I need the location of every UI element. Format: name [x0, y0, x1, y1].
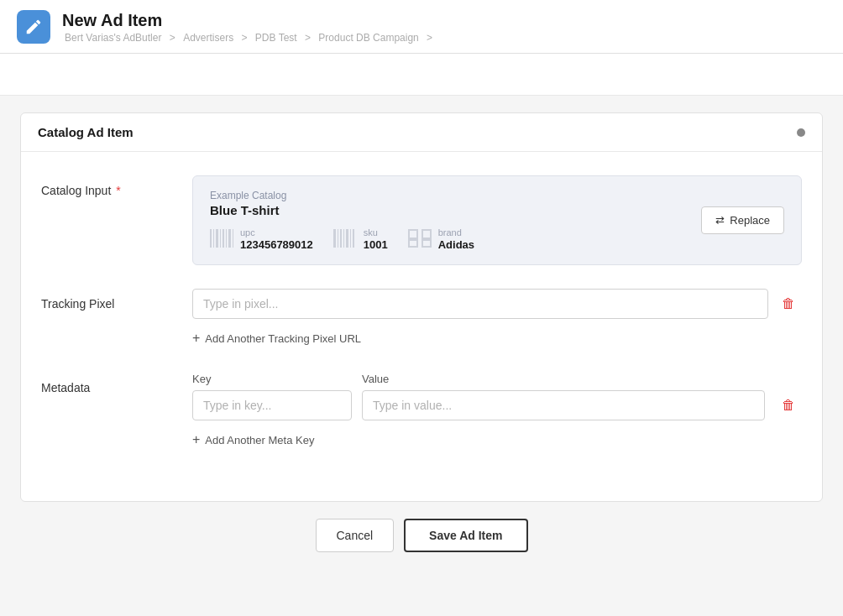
footer-buttons: Cancel Save Ad Item — [20, 502, 823, 561]
cancel-button[interactable]: Cancel — [316, 519, 395, 552]
plus-icon-meta: + — [192, 432, 200, 447]
brand-icon — [408, 229, 432, 250]
tracking-pixel-row: Tracking Pixel 🗑 + Add Another Tracking … — [41, 289, 802, 349]
metadata-field: Key Value 🗑 + Add Another Meta Key — [192, 373, 802, 451]
breadcrumb-sep-1: > — [170, 32, 178, 44]
svg-rect-16 — [422, 230, 431, 238]
svg-rect-14 — [353, 229, 354, 248]
upc-label: upc — [240, 227, 313, 238]
svg-rect-4 — [223, 229, 224, 248]
breadcrumb-part-2[interactable]: Advertisers — [183, 32, 233, 44]
svg-rect-13 — [350, 229, 351, 248]
section-header: Catalog Ad Item — [21, 113, 822, 152]
tracking-pixel-input[interactable] — [192, 289, 768, 319]
svg-rect-12 — [346, 229, 348, 248]
metadata-key-column-label: Key — [192, 373, 352, 385]
upc-text: upc 123456789012 — [240, 227, 313, 251]
svg-rect-11 — [343, 229, 344, 248]
header-text-block: New Ad Item Bert Varias's AdButler > Adv… — [62, 10, 435, 44]
metadata-delete-button[interactable]: 🗑 — [775, 392, 802, 419]
metadata-column-headers: Key Value — [192, 373, 802, 385]
catalog-input-row: Catalog Input * Example Catalog Blue T-s… — [41, 175, 802, 265]
metadata-label: Metadata — [41, 373, 192, 394]
section-title: Catalog Ad Item — [38, 125, 134, 139]
sku-icon — [333, 229, 357, 250]
brand-label: brand — [438, 227, 474, 238]
svg-rect-3 — [220, 229, 221, 248]
breadcrumb-part-4[interactable]: Product DB Campaign — [318, 32, 418, 44]
catalog-input-label: Catalog Input * — [41, 175, 192, 197]
form-area: Catalog Input * Example Catalog Blue T-s… — [21, 152, 822, 501]
replace-label: Replace — [730, 214, 770, 227]
breadcrumb-part-1[interactable]: Bert Varias's AdButler — [65, 32, 161, 44]
delete-icon-meta: 🗑 — [782, 398, 795, 413]
add-tracking-pixel-button[interactable]: + Add Another Tracking Pixel URL — [192, 327, 361, 349]
app-logo — [17, 10, 50, 44]
metadata-value-input[interactable] — [362, 390, 765, 420]
toolbar-area — [0, 54, 843, 96]
required-indicator: * — [113, 184, 120, 197]
breadcrumb-sep-2: > — [242, 32, 250, 44]
svg-rect-9 — [338, 229, 338, 248]
app-header: New Ad Item Bert Varias's AdButler > Adv… — [0, 0, 843, 54]
svg-rect-18 — [422, 240, 431, 247]
svg-rect-10 — [340, 229, 342, 248]
tracking-pixel-input-row: 🗑 — [192, 289, 802, 319]
catalog-card: Example Catalog Blue T-shirt — [192, 175, 802, 265]
breadcrumb-sep-4: > — [427, 32, 432, 44]
brand-meta-item: brand Adidas — [408, 227, 474, 251]
section-status-indicator — [797, 128, 805, 137]
svg-rect-7 — [233, 229, 233, 248]
page-title: New Ad Item — [62, 10, 435, 30]
catalog-item-name: Blue T-shirt — [210, 203, 684, 217]
replace-icon: ⇄ — [715, 214, 725, 227]
edit-icon — [24, 18, 43, 36]
plus-icon: + — [192, 331, 200, 346]
sku-text: sku 1001 — [364, 227, 388, 251]
metadata-input-row: 🗑 — [192, 390, 802, 420]
sku-meta-item: sku 1001 — [333, 227, 388, 251]
upc-meta-item: upc 123456789012 — [210, 227, 313, 251]
catalog-name-label: Example Catalog — [210, 190, 684, 201]
svg-rect-15 — [409, 230, 417, 238]
upc-value: 123456789012 — [240, 238, 313, 251]
metadata-key-input[interactable] — [192, 390, 352, 420]
catalog-meta: upc 123456789012 — [210, 227, 684, 251]
add-meta-key-label: Add Another Meta Key — [205, 434, 314, 446]
sku-value: 1001 — [364, 238, 388, 251]
brand-value: Adidas — [438, 238, 474, 251]
svg-rect-5 — [226, 229, 227, 248]
svg-rect-2 — [216, 229, 218, 248]
svg-rect-0 — [210, 229, 212, 248]
add-tracking-pixel-label: Add Another Tracking Pixel URL — [205, 332, 361, 345]
metadata-row: Metadata Key Value 🗑 + — [41, 373, 802, 451]
metadata-value-column-label: Value — [362, 373, 802, 385]
barcode-icon — [210, 229, 233, 250]
save-ad-item-button[interactable]: Save Ad Item — [404, 519, 527, 552]
tracking-pixel-label: Tracking Pixel — [41, 289, 192, 311]
tracking-pixel-delete-button[interactable]: 🗑 — [775, 290, 802, 317]
add-meta-key-button[interactable]: + Add Another Meta Key — [192, 429, 314, 451]
replace-button[interactable]: ⇄ Replace — [701, 206, 784, 234]
svg-rect-6 — [228, 229, 231, 248]
breadcrumb-part-3[interactable]: PDB Test — [255, 32, 297, 44]
main-content: Catalog Ad Item Catalog Input * Example … — [0, 96, 843, 577]
tracking-pixel-field: 🗑 + Add Another Tracking Pixel URL — [192, 289, 802, 349]
svg-rect-8 — [333, 229, 336, 248]
sku-label: sku — [364, 227, 388, 238]
svg-rect-1 — [213, 229, 214, 248]
section-card: Catalog Ad Item Catalog Input * Example … — [20, 112, 823, 502]
catalog-info: Example Catalog Blue T-shirt — [210, 190, 684, 251]
brand-text: brand Adidas — [438, 227, 474, 251]
breadcrumb: Bert Varias's AdButler > Advertisers > P… — [62, 32, 435, 44]
catalog-input-field: Example Catalog Blue T-shirt — [192, 175, 802, 265]
breadcrumb-sep-3: > — [305, 32, 313, 44]
svg-rect-17 — [409, 240, 417, 247]
delete-icon: 🗑 — [782, 296, 795, 311]
